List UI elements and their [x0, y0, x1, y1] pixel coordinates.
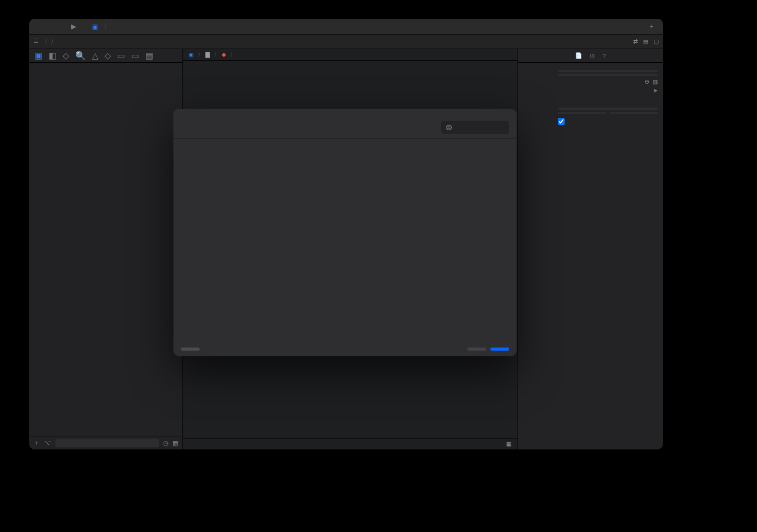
clock-icon[interactable]: ◷	[163, 440, 168, 447]
inspector-toggle-icon[interactable]: ▢	[653, 38, 659, 45]
add-nav-icon[interactable]: ＋	[33, 438, 40, 447]
insp-name-value[interactable]	[558, 70, 658, 72]
issues-icon[interactable]: △	[92, 51, 98, 61]
editor-mode-icon[interactable]: ▤	[643, 38, 648, 45]
editor-breadcrumb[interactable]: ▣ 〉 ▇ 〉 ◆ 〉	[183, 49, 518, 61]
chevron-right-icon: 〉	[104, 22, 110, 31]
find-icon[interactable]: 🔍	[75, 51, 86, 61]
editor-statusbar: ▦	[183, 438, 518, 449]
file-inspector-icon[interactable]: 📄	[575, 52, 582, 59]
symbols-icon[interactable]: ◇	[63, 51, 69, 61]
tab-right-controls: ⇄ ▤ ▢	[633, 38, 659, 45]
new-file-sheet: ⊜	[174, 109, 517, 356]
help-inspector-icon[interactable]: ?	[602, 53, 605, 59]
grid-icon[interactable]: ▦	[173, 440, 178, 447]
sheet-filter-input[interactable]	[454, 124, 505, 131]
tab-nav: ☰ 〈 〉	[33, 38, 56, 45]
next-button[interactable]	[490, 348, 509, 351]
chevron-right-icon: 〉	[198, 51, 203, 59]
bc-folder-icon: ▇	[205, 51, 210, 58]
editor-tabbar: ☰ 〈 〉 ⇄ ▤ ▢	[29, 34, 663, 49]
breakpoints-icon[interactable]: ▭	[131, 51, 139, 61]
navigator-filter-input[interactable]	[55, 439, 159, 447]
sheet-filter-wrap[interactable]: ⊜	[441, 121, 509, 134]
toolbar: ▶ ▣ 〉 ＋	[29, 19, 663, 34]
filter-funnel-icon[interactable]: ⌥	[44, 440, 51, 447]
reveal-icon[interactable]: ➤	[653, 87, 658, 94]
project-navigator-icon[interactable]: ▣	[35, 51, 42, 61]
sheet-toolbar: ⊜	[174, 119, 517, 138]
clear-icon[interactable]: ⊖	[645, 78, 649, 85]
insp-loc-select[interactable]	[558, 74, 658, 76]
sheet-title	[174, 109, 517, 119]
insp-tab-width[interactable]	[558, 112, 606, 114]
folder-open-icon[interactable]: ▥	[652, 78, 658, 85]
navigator-selector: ▣ ◧ ◇ 🔍 △ ◇ ▭ ▭ ▤	[29, 49, 182, 63]
source-control-icon[interactable]: ◧	[49, 51, 56, 61]
scheme-selector[interactable]: ▣ 〉	[92, 22, 114, 31]
insp-wrap-checkbox[interactable]	[558, 118, 565, 125]
navigator-tree[interactable]	[29, 63, 182, 436]
chevron-right-icon: 〉	[230, 51, 236, 59]
filter-icon: ⊜	[445, 122, 452, 132]
inspector-sidebar: 📄 ◷ ? ⊖ ▥ ➤	[518, 49, 663, 449]
debug-icon[interactable]: ▭	[117, 51, 125, 61]
bc-proj-icon: ▣	[188, 51, 193, 58]
insp-section	[518, 63, 663, 69]
insp-path-value	[558, 90, 650, 92]
cancel-button[interactable]	[181, 348, 200, 351]
navigator-footer: ＋ ⌥ ◷ ▦	[29, 436, 182, 449]
insp-indent-width[interactable]	[610, 112, 658, 114]
insp-loc-detail	[558, 81, 641, 83]
sheet-footer	[174, 342, 517, 356]
status-grid-icon[interactable]: ▦	[506, 441, 511, 447]
refresh-icon[interactable]: ⇄	[633, 38, 638, 45]
tests-icon[interactable]: ◇	[105, 51, 111, 61]
inspector-tabs: 📄 ◷ ?	[518, 49, 663, 63]
chevron-right-icon: 〉	[214, 51, 220, 59]
history-inspector-icon[interactable]: ◷	[590, 52, 595, 59]
previous-button[interactable]	[467, 348, 486, 351]
nav-fwd-icon[interactable]: 〉	[51, 38, 56, 45]
run-icon[interactable]: ▶	[71, 22, 76, 30]
library-plus-icon[interactable]: ＋	[645, 22, 658, 31]
reports-icon[interactable]: ▤	[145, 51, 153, 61]
insp-indent-select[interactable]	[558, 108, 658, 110]
template-scroll[interactable]	[174, 138, 517, 342]
scheme-icon: ▣	[92, 23, 98, 30]
insp-section2	[518, 100, 663, 107]
sidebar-toggle-icon[interactable]: ☰	[33, 38, 39, 45]
nav-back-icon[interactable]: 〈	[42, 38, 48, 45]
bc-swift-icon: ◆	[222, 51, 226, 58]
navigator-sidebar: ▣ ◧ ◇ 🔍 △ ◇ ▭ ▭ ▤ ＋ ⌥ ◷ ▦	[29, 49, 183, 449]
